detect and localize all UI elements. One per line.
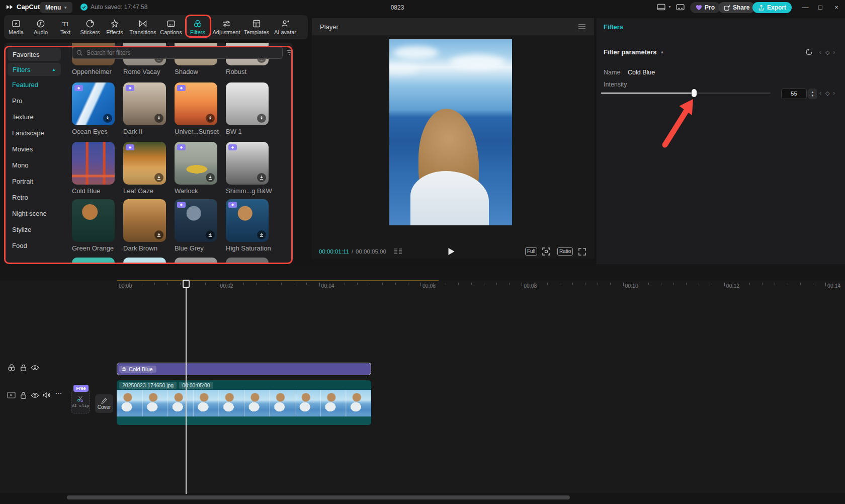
cover-button[interactable]: Cover: [95, 394, 113, 413]
menu-button[interactable]: Menu ▼: [40, 2, 72, 13]
fullscreen-expand-icon[interactable]: [578, 248, 586, 256]
sidebar-item-landscape[interactable]: Landscape: [12, 129, 44, 139]
audio-icon: [36, 19, 45, 28]
video-clip[interactable]: 20250823-174650.jpg 00:00:05:00: [117, 380, 371, 425]
filter-thumbnail-partial-1[interactable]: [123, 258, 166, 264]
ruler-minor-tick: [547, 283, 548, 285]
sidebar-item-movies[interactable]: Movies: [12, 145, 33, 155]
filter-thumbnail-blue-grey[interactable]: ◆: [175, 199, 217, 242]
filter-thumbnail-high-saturation[interactable]: ◆: [226, 199, 269, 242]
sidebar-item-favorites[interactable]: Favorites: [8, 48, 61, 61]
play-button[interactable]: [448, 247, 455, 256]
layout-panels-icon[interactable]: [657, 4, 666, 11]
tab-filters[interactable]: Filters: [184, 16, 212, 38]
sidebar-item-retro[interactable]: Retro: [12, 194, 28, 204]
lock-icon[interactable]: [20, 364, 27, 372]
download-icon: [154, 230, 163, 239]
tab-adjustment[interactable]: Adjustment: [212, 16, 240, 38]
filter-thumbnail-green-orange[interactable]: [72, 199, 115, 242]
intensity-slider-thumb[interactable]: [692, 89, 697, 97]
tab-templates[interactable]: Templates: [242, 16, 271, 38]
sidebar-item-night-scene[interactable]: Night scene: [12, 210, 47, 220]
filter-thumbnail-dark-ii[interactable]: ◆: [123, 82, 166, 125]
close-button[interactable]: ×: [830, 1, 843, 14]
tab-media[interactable]: Media: [2, 16, 30, 38]
sort-filter-icon[interactable]: [286, 49, 293, 56]
keyframe-next-icon[interactable]: ›: [833, 90, 835, 97]
minimize-button[interactable]: —: [799, 1, 812, 14]
ruler-minor-tick: [610, 283, 611, 285]
filter-parameters-section[interactable]: Filter parameters ▲: [604, 48, 664, 56]
timeline-toolbar: ▼ ][ ]| |[ ▼ ▼: [0, 264, 845, 281]
filter-thumbnail-partial-3[interactable]: [226, 258, 269, 264]
filter-thumbnail-bw-1[interactable]: [226, 82, 269, 125]
lock-icon[interactable]: [20, 391, 27, 399]
timeline-horizontal-scrollbar[interactable]: [67, 495, 570, 499]
search-input[interactable]: [86, 49, 278, 57]
filter-thumbnail-shimm-g-b-w[interactable]: ◆: [226, 142, 269, 185]
ruler-major-tick: [724, 283, 725, 286]
filter-thumbnail-cold-blue[interactable]: [72, 142, 115, 185]
pro-badge-icon: ◆: [74, 85, 83, 91]
keyframe-diamond-icon[interactable]: ◇: [825, 49, 829, 56]
filter-thumbnail-partial-2[interactable]: [175, 258, 217, 264]
pro-button[interactable]: Pro: [690, 2, 720, 13]
ruler-cache-indicator: [117, 280, 439, 281]
tab-effects[interactable]: Effects: [101, 16, 129, 38]
export-button[interactable]: Export: [752, 2, 792, 13]
tab-audio[interactable]: Audio: [27, 16, 55, 38]
zoom-preview-icon[interactable]: [542, 247, 550, 256]
filter-thumbnail-warlock[interactable]: ◆: [175, 142, 217, 185]
keyframe-next-icon[interactable]: ›: [833, 49, 835, 56]
timeline-ruler[interactable]: 00:0000:0200:0400:0600:0800:1000:1200:14: [0, 281, 845, 292]
mute-speaker-icon[interactable]: [43, 391, 51, 399]
sidebar-item-pro[interactable]: Pro: [12, 97, 22, 107]
filter-thumbnail-leaf-gaze[interactable]: ◆: [123, 142, 166, 185]
filter-search[interactable]: [72, 47, 283, 59]
sidebar-item-filters[interactable]: Filters ▲: [8, 63, 61, 76]
filter-thumbnail-partial-0[interactable]: [72, 258, 115, 264]
sidebar-item-mono[interactable]: Mono: [12, 161, 29, 172]
caption-strip-icon[interactable]: [676, 4, 685, 11]
ruler-minor-tick: [408, 283, 408, 285]
chevron-down-icon[interactable]: ▼: [668, 5, 671, 9]
sidebar-item-portrait[interactable]: Portrait: [12, 178, 33, 188]
reset-icon[interactable]: [805, 48, 813, 56]
ruler-major-tick: [319, 283, 320, 286]
keyframe-diamond-icon[interactable]: ◇: [825, 90, 829, 97]
intensity-value-input[interactable]: 55: [781, 89, 807, 99]
title-bar: CapCut Menu ▼ Auto saved: 17:47:58 0823 …: [0, 0, 845, 15]
sidebar-item-texture[interactable]: Texture: [12, 113, 34, 123]
ratio-button[interactable]: Ratio: [557, 247, 573, 256]
intensity-stepper[interactable]: ▲▼: [808, 89, 817, 99]
frame-view-icon[interactable]: [393, 248, 403, 255]
full-screen-mode-button[interactable]: Full: [525, 247, 537, 256]
ruler-minor-tick: [230, 283, 231, 285]
keyframe-prev-icon[interactable]: ‹: [819, 49, 821, 56]
keyframe-prev-icon[interactable]: ‹: [819, 90, 821, 97]
ruler-time-label: 00:12: [726, 283, 739, 289]
ai-clip-button[interactable]: AI clip: [71, 390, 90, 413]
maximize-button[interactable]: □: [814, 1, 827, 14]
sidebar-item-food[interactable]: Food: [12, 242, 27, 252]
more-options-icon[interactable]: ⋯: [55, 389, 62, 397]
filter-thumbnail-dark-brown[interactable]: [123, 199, 166, 242]
tab-ai-avatar[interactable]: AI avatar: [271, 16, 299, 38]
sidebar-item-featured[interactable]: Featured: [12, 81, 38, 91]
tab-captions[interactable]: Captions: [157, 16, 185, 38]
filter-name: Shimm...g B&W: [226, 187, 276, 195]
search-icon: [76, 50, 82, 56]
filter-clip-cold-blue[interactable]: Cold Blue: [117, 363, 371, 375]
tab-text[interactable]: TIText: [51, 16, 79, 38]
filter-thumbnail-univer-sunset[interactable]: ◆: [175, 82, 217, 125]
eye-icon[interactable]: [31, 392, 39, 399]
inspector-tab-filters[interactable]: Filters: [604, 23, 623, 31]
tab-transitions[interactable]: Transitions: [129, 16, 157, 38]
share-button[interactable]: Share: [718, 2, 755, 13]
filter-thumbnail-ocean-eyes[interactable]: ◆: [72, 82, 115, 125]
eye-icon[interactable]: [31, 364, 39, 371]
sidebar-item-stylize[interactable]: Stylize: [12, 226, 31, 236]
tab-stickers[interactable]: Stickers: [76, 16, 104, 38]
playhead-handle[interactable]: [183, 280, 190, 288]
hamburger-menu-icon[interactable]: [578, 24, 586, 30]
